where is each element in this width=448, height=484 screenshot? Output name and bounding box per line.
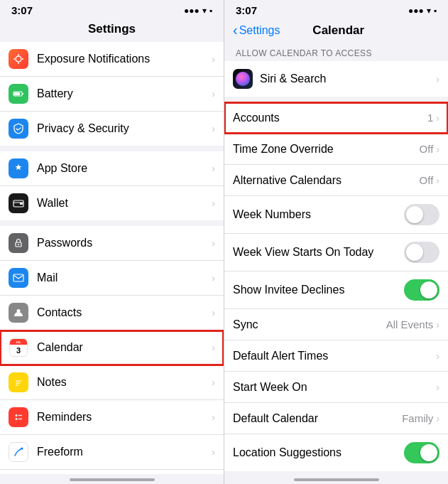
chevron-icon: ›	[212, 237, 215, 249]
left-panel: 3:07 ●●● ▾ ▪ Settings Exposure Notificat…	[0, 0, 224, 484]
right-item-weekview[interactable]: Week View Starts On Today	[224, 234, 448, 271]
right-item-accounts[interactable]: Accounts 1 ›	[224, 102, 448, 134]
weekview-toggle[interactable]	[404, 242, 439, 263]
invitee-label: Show Invitee Declines	[233, 284, 404, 296]
exposure-label: Exposure Notifications	[37, 53, 212, 65]
chevron-icon: ›	[212, 446, 215, 458]
left-status-icons: ●●● ▾ ▪	[184, 6, 212, 16]
signal-icon: ●●●	[184, 6, 200, 16]
contacts-icon	[9, 303, 28, 323]
chevron-icon: ›	[212, 53, 215, 65]
privacy-label: Privacy & Security	[37, 122, 212, 135]
battery-setting-icon	[9, 84, 28, 104]
chevron-icon: ›	[436, 319, 439, 330]
chevron-icon: ›	[212, 123, 215, 134]
settings-item-voicememos[interactable]: Voice Memos ›	[0, 470, 224, 474]
chevron-icon: ›	[436, 175, 439, 186]
settings-item-passwords[interactable]: Passwords ›	[0, 226, 224, 261]
sync-value: All Events	[386, 318, 434, 330]
right-item-altcal[interactable]: Alternative Calendars Off ›	[224, 165, 448, 196]
chevron-icon: ›	[212, 88, 215, 100]
defaultcal-label: Default Calendar	[233, 412, 402, 425]
battery-label: Battery	[37, 87, 212, 100]
chevron-icon: ›	[212, 198, 215, 209]
left-time: 3:07	[11, 4, 33, 16]
chevron-icon: ›	[436, 144, 439, 155]
passwords-label: Passwords	[37, 237, 212, 249]
chevron-icon: ›	[436, 112, 439, 124]
chevron-icon: ›	[436, 350, 439, 362]
left-screen-title: Settings	[0, 19, 224, 42]
calendar-icon: JUL 3	[9, 338, 28, 357]
svg-rect-7	[14, 92, 20, 95]
chevron-icon: ›	[212, 412, 215, 423]
appstore-icon	[9, 158, 28, 178]
weeknumbers-toggle[interactable]	[404, 204, 439, 225]
settings-item-mail[interactable]: Mail ›	[0, 261, 224, 296]
right-item-alerttimes[interactable]: Default Alert Times ›	[224, 340, 448, 372]
settings-item-appstore[interactable]: App Store ›	[0, 151, 224, 186]
svg-rect-6	[22, 93, 23, 95]
wallet-label: Wallet	[37, 197, 212, 210]
toggle-knob	[406, 244, 423, 261]
right-item-invitee[interactable]: Show Invitee Declines	[224, 271, 448, 309]
settings-item-notes[interactable]: Notes ›	[0, 365, 224, 400]
right-item-siri[interactable]: Siri & Search ›	[224, 61, 448, 97]
settings-item-exposure[interactable]: Exposure Notifications ›	[0, 42, 224, 77]
wifi-icon: ▾	[202, 6, 207, 16]
settings-item-reminders[interactable]: Reminders ›	[0, 400, 224, 435]
allow-section-header: ALLOW CALENDAR TO ACCESS	[224, 44, 448, 61]
left-section-1: Exposure Notifications › Battery › Priva…	[0, 42, 224, 146]
settings-item-battery[interactable]: Battery ›	[0, 77, 224, 112]
right-item-location[interactable]: Location Suggestions	[224, 434, 448, 471]
left-settings-list: Exposure Notifications › Battery › Priva…	[0, 42, 224, 474]
invitee-toggle[interactable]	[404, 279, 439, 301]
accounts-value: 1	[427, 112, 433, 124]
appstore-label: App Store	[37, 162, 212, 175]
altcal-label: Alternative Calendars	[233, 174, 420, 187]
right-item-defaultcal[interactable]: Default Calendar Family ›	[224, 403, 448, 434]
settings-item-calendar[interactable]: JUL 3 Calendar ›	[0, 330, 224, 365]
reminders-label: Reminders	[37, 411, 212, 424]
right-item-weeknumbers[interactable]: Week Numbers	[224, 196, 448, 234]
settings-item-wallet[interactable]: Wallet ›	[0, 186, 224, 220]
svg-rect-13	[13, 274, 23, 281]
weeknumbers-label: Week Numbers	[233, 208, 404, 221]
right-item-sync[interactable]: Sync All Events ›	[224, 309, 448, 340]
freeform-label: Freeform	[37, 446, 212, 458]
right-panel: 3:07 ●●● ▾ ▪ ‹ Settings Calendar ALLOW C…	[224, 0, 448, 484]
location-toggle[interactable]	[404, 442, 439, 463]
chevron-icon: ›	[212, 307, 215, 318]
left-home-indicator	[70, 478, 155, 481]
left-status-bar: 3:07 ●●● ▾ ▪	[0, 0, 224, 19]
contacts-label: Contacts	[37, 306, 212, 319]
location-label: Location Suggestions	[233, 446, 404, 459]
left-section-3: Passwords › Mail › Contacts ›	[0, 226, 224, 474]
right-item-timezone[interactable]: Time Zone Override Off ›	[224, 134, 448, 165]
reminders-icon	[9, 407, 28, 427]
calendar-label: Calendar	[37, 341, 212, 354]
right-status-bar: 3:07 ●●● ▾ ▪	[224, 0, 448, 19]
right-wifi-icon: ▾	[427, 6, 431, 16]
right-item-startweek[interactable]: Start Week On ›	[224, 372, 448, 403]
svg-point-0	[16, 56, 21, 62]
sync-label: Sync	[233, 318, 386, 331]
main-section: Accounts 1 › Time Zone Override Off › Al…	[224, 102, 448, 471]
settings-item-privacy[interactable]: Privacy & Security ›	[0, 112, 224, 146]
settings-item-freeform[interactable]: Freeform ›	[0, 435, 224, 470]
toggle-knob	[420, 281, 437, 299]
back-button[interactable]: ‹ Settings	[233, 22, 280, 38]
freeform-icon	[9, 442, 28, 462]
toggle-knob	[420, 444, 437, 461]
chevron-icon: ›	[212, 377, 215, 388]
back-label: Settings	[239, 24, 280, 37]
altcal-value: Off	[420, 174, 434, 186]
svg-point-12	[18, 244, 19, 245]
startweek-label: Start Week On	[233, 381, 436, 394]
right-battery-icon: ▪	[434, 6, 437, 16]
chevron-icon: ›	[212, 272, 215, 284]
svg-point-23	[21, 448, 23, 450]
right-home-indicator	[294, 478, 379, 481]
right-nav: ‹ Settings Calendar	[224, 19, 448, 44]
settings-item-contacts[interactable]: Contacts ›	[0, 296, 224, 330]
